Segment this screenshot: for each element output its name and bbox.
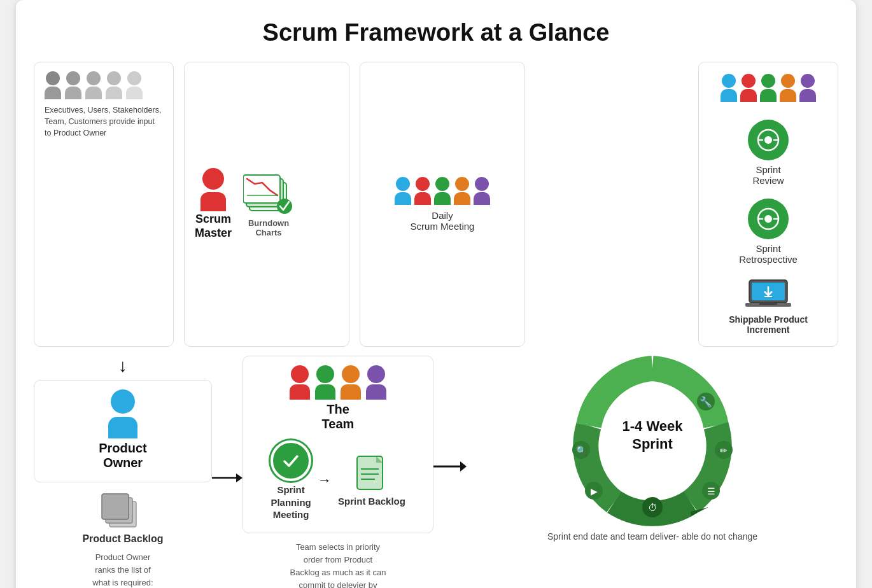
person-icon (341, 365, 361, 400)
daily-scrum-box: Daily Scrum Meeting (360, 62, 525, 347)
page-title: Scrum Framework at a Glance (34, 19, 838, 46)
person-icon (85, 71, 102, 99)
middle-arrow-icon: → (318, 472, 332, 489)
middle-description: Team selects in priority order from Prod… (285, 541, 391, 589)
right-top-panel: Sprint Review Sprint Retrospective (698, 62, 838, 347)
team-box: The Team Sprint Planning Meeting → (243, 356, 433, 533)
sprint-cycle-wrapper: 🔧 ✏ ☰ ⏱ ▶ 🔍 (563, 356, 742, 528)
daily-scrum-people (395, 177, 490, 205)
svg-rect-16 (759, 303, 777, 305)
daily-scrum-label: Daily Scrum Meeting (411, 210, 475, 232)
person-icon (760, 74, 777, 102)
right-arrow-1 (212, 356, 243, 486)
svg-marker-22 (236, 473, 243, 482)
product-owner-label: Product Owner (99, 441, 147, 470)
po-description: Product Owner ranks the list of what is … (92, 551, 153, 588)
svg-text:▶: ▶ (591, 486, 598, 496)
stakeholder-people (45, 71, 163, 99)
sprint-planning-row: Sprint Planning Meeting → (255, 440, 421, 521)
svg-point-5 (764, 136, 772, 144)
product-backlog-icon (101, 493, 145, 531)
svg-point-3 (277, 199, 292, 214)
right-top-people (721, 74, 816, 102)
svg-text:🔍: 🔍 (576, 445, 587, 456)
person-icon (65, 71, 81, 99)
product-backlog-area: Product Backlog (82, 493, 163, 545)
person-icon (780, 74, 796, 102)
bottom-main: ↓ Product Owner Product Backlog Pr (34, 356, 838, 588)
right-arrow-2 (433, 356, 467, 475)
person-icon (474, 177, 490, 205)
sprint-planning-icon (271, 440, 311, 481)
burndown-label: Burndown Charts (248, 218, 289, 237)
svg-text:☰: ☰ (707, 486, 715, 496)
person-icon (106, 71, 122, 99)
sprint-cycle-svg: 🔧 ✏ ☰ ⏱ ▶ 🔍 (563, 356, 742, 528)
svg-rect-20 (102, 494, 129, 519)
sprint-review-icon (748, 120, 789, 160)
svg-text:1-4 Week: 1-4 Week (622, 418, 684, 434)
sprint-retro-label: Sprint Retrospective (739, 243, 798, 265)
laptop-icon (745, 277, 791, 311)
person-icon (414, 177, 431, 205)
person-icon (434, 177, 451, 205)
svg-text:⏱: ⏱ (648, 502, 658, 513)
product-owner-box: Product Owner (34, 380, 212, 482)
sprint-planning-item: Sprint Planning Meeting (271, 440, 311, 521)
person-icon (740, 74, 757, 102)
sprint-backlog-icon (356, 455, 388, 493)
stakeholders-box: Executives, Users, Stakeholders, Team, C… (34, 62, 174, 347)
sprint-backlog-item: Sprint Backlog (338, 455, 405, 507)
stakeholder-text: Executives, Users, Stakeholders, Team, C… (45, 104, 163, 139)
person-icon (799, 74, 816, 102)
main-container: Scrum Framework at a Glance (16, 0, 856, 588)
person-icon (315, 365, 335, 400)
sprint-end-text: Sprint end date and team deliver- able d… (547, 530, 757, 544)
person-icon (721, 74, 737, 102)
sprint-section: 🔧 ✏ ☰ ⏱ ▶ 🔍 (467, 356, 838, 544)
scrum-master-label: Scrum Master (195, 213, 232, 240)
svg-text:Sprint: Sprint (632, 436, 673, 452)
middle-section: The Team Sprint Planning Meeting → (243, 356, 433, 588)
left-section: ↓ Product Owner Product Backlog Pr (34, 356, 212, 588)
svg-text:🔧: 🔧 (700, 396, 712, 408)
sprint-retro-item: Sprint Retrospective (739, 199, 798, 265)
top-row: Executives, Users, Stakeholders, Team, C… (34, 62, 838, 347)
burndown-chart-icon (243, 171, 294, 216)
team-people (290, 365, 386, 400)
svg-point-9 (764, 215, 772, 223)
shippable-item: Shippable Product Increment (729, 277, 808, 335)
sprint-review-item: Sprint Review (748, 120, 789, 186)
person-icon (45, 71, 61, 99)
person-icon (126, 71, 143, 99)
svg-text:✏: ✏ (720, 445, 728, 456)
person-icon (454, 177, 470, 205)
sprint-retro-icon (748, 199, 789, 239)
svg-marker-29 (460, 461, 467, 472)
person-icon (366, 365, 386, 400)
scrum-master-box: Scrum Master Burndown Charts (184, 62, 349, 347)
product-owner-person (108, 389, 137, 438)
team-label: The Team (322, 402, 355, 431)
person-icon (290, 365, 310, 400)
product-backlog-label: Product Backlog (82, 533, 163, 545)
shippable-label: Shippable Product Increment (729, 314, 808, 335)
sprint-planning-label: Sprint Planning Meeting (271, 484, 311, 521)
person-icon (395, 177, 411, 205)
down-arrow: ↓ (118, 356, 127, 376)
sprint-review-label: Sprint Review (752, 164, 784, 186)
burndown-area: Burndown Charts (243, 171, 294, 237)
sprint-backlog-label: Sprint Backlog (338, 496, 405, 507)
